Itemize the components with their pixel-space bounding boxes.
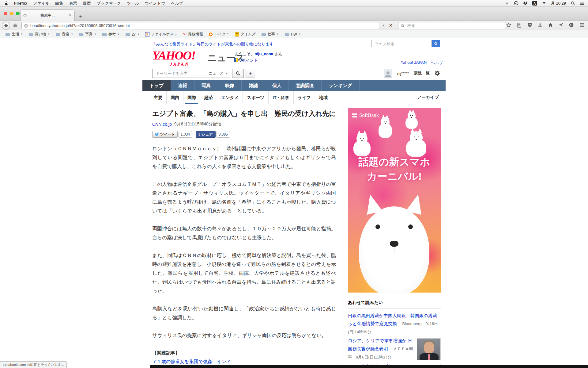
menubar-item-bookmarks[interactable]: ブックマーク [97, 1, 121, 6]
tab-poll[interactable]: 意識調査 [289, 80, 322, 91]
subnav-sports[interactable]: スポーツ [243, 91, 268, 104]
archive-link[interactable]: アーカイブ [417, 95, 439, 100]
tab-magazine[interactable]: 雑誌 [242, 80, 265, 91]
yahoo-japan-link[interactable]: Yahoo! JAPAN [401, 60, 427, 66]
keyword-input[interactable] [155, 71, 206, 76]
bookmark-filepost[interactable]: F ファイルポスト [142, 30, 180, 38]
menu-hamburger-icon[interactable] [579, 22, 584, 28]
minimize-window-button[interactable] [10, 12, 13, 15]
wifi-icon[interactable] [542, 1, 546, 6]
tab-ranking[interactable]: ランキング [322, 80, 360, 91]
web-search-button[interactable] [432, 40, 440, 47]
menubar-item-edit[interactable]: 編集 [55, 1, 63, 6]
promo-link[interactable]: 「みんなで復興ライド」毎日のライドが東北への贈り物になります [152, 41, 273, 47]
tab-personal[interactable]: 個人 [265, 80, 289, 91]
signal-icon[interactable] [505, 1, 509, 6]
creative-cloud-icon[interactable] [514, 1, 518, 6]
browser-tab[interactable]: 接続中... ✕ [20, 10, 75, 21]
menubar-item-view[interactable]: 表示 [69, 1, 77, 6]
spotlight-icon[interactable] [571, 1, 575, 6]
news-thumbnail-portrait[interactable] [417, 338, 441, 360]
apple-menu-icon[interactable] [4, 1, 8, 6]
subnav-life[interactable]: ライフ [293, 91, 315, 104]
bookmark-reuters[interactable]: ロイター [206, 30, 232, 38]
tweet-button[interactable]: ツイート [152, 131, 178, 138]
reading-list-icon[interactable] [517, 22, 522, 28]
chevron-down-icon: ▼ [47, 33, 50, 36]
bookmark-folder-photo[interactable]: 写真▼ [76, 30, 99, 38]
url-dropdown-icon[interactable]: ▼ [382, 24, 385, 27]
browser-search-input[interactable] [407, 23, 503, 28]
tab-close-icon[interactable]: ✕ [69, 13, 72, 17]
menubar-item-firefox[interactable]: Firefox [14, 1, 27, 6]
tab-flash[interactable]: 速報 [171, 80, 194, 91]
menubar-item-window[interactable]: ウインドウ [145, 1, 165, 6]
firefox-toolbar: headlines.yahoo.co.jp/hl?a=20150906-3507… [0, 21, 588, 30]
site-identity-icon[interactable] [13, 23, 18, 28]
related-link[interactable]: ７１歳の修道女を集団で強姦 インド [152, 357, 336, 366]
downloads-icon[interactable] [537, 22, 543, 28]
tab-photo[interactable]: 写真 [194, 80, 218, 91]
pocket-icon[interactable] [527, 22, 532, 28]
zoom-window-button[interactable] [16, 12, 20, 15]
user-id-link[interactable]: niju_nana [254, 52, 273, 56]
sidebar-news-item[interactable]: ロシア、シリアで軍事増強か 米国務長官が懸念表明 ＡＦＰ＝時事 9月6日(日)1… [348, 337, 441, 361]
help-link[interactable]: ヘルプ [431, 60, 443, 66]
subnav-main[interactable]: 主要 [150, 91, 166, 104]
sidebar-news-item[interactable]: 日銀の黒田総裁が中国人民銀、韓国銀の総裁らと金融情勢で意見交換 Bloomber… [348, 312, 441, 336]
notification-center-icon[interactable] [580, 1, 584, 6]
gear-icon[interactable] [435, 71, 440, 76]
bookmark-star-icon[interactable] [506, 22, 511, 28]
back-button[interactable] [2, 21, 10, 30]
sidebar-news-source: Bloomberg [402, 321, 422, 326]
url-bar[interactable]: headlines.yahoo.co.jp/hl?a=20150906-3507… [21, 22, 379, 29]
dropbox-icon[interactable] [523, 1, 528, 6]
subnav-region[interactable]: 地域 [315, 91, 332, 104]
feedback-smiley-icon[interactable] [569, 22, 574, 28]
subnav-it-science[interactable]: IT・科学 [268, 91, 293, 104]
menubar-item-tools[interactable]: ツール [127, 1, 139, 6]
subnav-entertainment[interactable]: エンタメ [217, 91, 243, 104]
menubar-item-file[interactable]: ファイル [33, 1, 49, 6]
menubar-item-history[interactable]: 履歴 [83, 1, 91, 6]
new-tab-button[interactable]: ＋ [78, 13, 83, 20]
tpoint-icon: T [234, 58, 238, 62]
read-together-module: あわせて読みたい 日銀の黒田総裁が中国人民銀、韓国銀の総裁らと金融情勢で意見交換… [348, 300, 441, 368]
tab-top[interactable]: トップ [142, 80, 171, 91]
bookmark-folder-27[interactable]: 27▼ [123, 30, 142, 38]
search-scope-dropdown[interactable]: ニュース ▼ [206, 71, 228, 76]
share-plane-icon[interactable] [558, 22, 564, 28]
subnav-economy[interactable]: 経済 [200, 91, 217, 104]
yahoo-japan-logo[interactable]: YAHOO! JAPAN [152, 49, 195, 67]
softbank-ad[interactable]: SoftBank 話題の新スマホ カーニバル! [348, 108, 441, 293]
points-link[interactable]: T 0ポイント [234, 57, 282, 63]
add-search-button[interactable]: ＋ [246, 69, 255, 78]
home-icon[interactable] [548, 22, 553, 28]
web-search-input[interactable] [374, 41, 429, 46]
bookmark-folder-reference[interactable]: 参考▼ [99, 30, 123, 38]
avatar[interactable] [384, 69, 392, 78]
account-id[interactable]: nij***** [397, 71, 409, 76]
menubar-clock[interactable]: 月 10:29 [551, 1, 566, 6]
close-window-button[interactable] [4, 12, 7, 15]
input-source-icon[interactable]: A [532, 1, 537, 6]
bookmark-folder-life[interactable]: 生活▼ [2, 30, 26, 38]
stop-loading-button[interactable]: ✕ [389, 23, 393, 28]
subnav-domestic[interactable]: 国内 [166, 91, 183, 104]
bookmark-folder-music[interactable]: 音楽▼ [53, 30, 76, 38]
yahoo-news-page: 「みんなで復興ライド」毎日のライドが東北への贈り物になります YAHOO! JA… [142, 38, 446, 368]
menubar-item-help[interactable]: ヘルプ [171, 1, 183, 6]
bookmark-times[interactable]: T タイムズ [232, 30, 258, 38]
bookmark-folder-work[interactable]: 仕事▼ [258, 30, 282, 38]
browser-search-bar[interactable] [398, 22, 506, 29]
bookmark-folder-hw[interactable]: HW▼ [282, 30, 304, 38]
subnav-international[interactable]: 国際 [183, 91, 200, 104]
news-search-button[interactable] [232, 69, 244, 78]
tab-video[interactable]: 映像 [218, 80, 242, 91]
bookmark-folder-shopping[interactable]: 買い物▼ [26, 30, 53, 38]
bookmark-transit[interactable]: Y! 路線情報 [180, 30, 206, 38]
divider [348, 308, 441, 309]
article-source-link[interactable]: CNN.co.jp [152, 122, 172, 127]
subscription-list-link[interactable]: 購読一覧 [414, 71, 430, 76]
facebook-share-button[interactable]: f シェア [196, 131, 216, 138]
